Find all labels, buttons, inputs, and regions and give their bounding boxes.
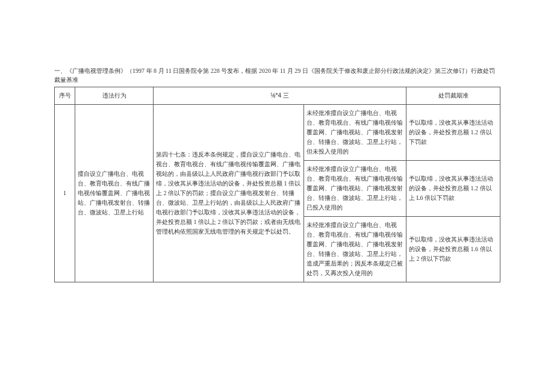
document-title: 一、《广播电视管理条例》（1997 年 8 月 11 日国务院令第 228 号发… <box>54 66 500 84</box>
table-row: 1 擅自设立广播电台、电视台、教育电视台、有线广播电视传输覆盖网、广播电视站、广… <box>55 105 500 161</box>
cell-situation: 未经批准擅自设立广播电台、电视台、教育电视台、有线广播电视传输覆盖网、广播电视站… <box>304 105 406 161</box>
header-basis: ⅛*4 三 <box>154 87 406 105</box>
cell-situation: 未经批准擅自设立广播电台、电视台、教育电视台、有线广播电视传输覆盖网、广播电视站… <box>304 217 406 282</box>
header-standard: 处罚裁期准 <box>406 87 500 105</box>
table-header-row: 序号 违法行为 ⅛*4 三 处罚裁期准 <box>55 87 500 105</box>
cell-basis: 第四十七条：违反本条例规定，擅自设立广播电台、电视台、教育电视台、有线广播电视传… <box>154 105 304 282</box>
cell-seq: 1 <box>55 105 75 282</box>
cell-standard: 予以取缔，没收其从事违法活动的设备，并处投资总额 1.2 倍以上 L6 倍以下罚… <box>406 161 500 217</box>
regulation-table: 序号 违法行为 ⅛*4 三 处罚裁期准 1 擅自设立广播电台、电视台、教育电视台… <box>54 87 500 282</box>
cell-act: 擅自设立广播电台、电视台、教育电视台、有线广播电视传输覆盖网、广播电视站、广播电… <box>75 105 154 282</box>
cell-situation: 未经批准擅自设立广播电台、电视台、教育电视台、有线广播电视传输覆盖网、广播电视站… <box>304 161 406 217</box>
header-seq: 序号 <box>55 87 75 105</box>
cell-standard: 予以取缔，没收其从事违法活动的设备，并处投资总额 1.6 倍以上 2 倍以下罚款 <box>406 217 500 282</box>
header-act: 违法行为 <box>75 87 154 105</box>
cell-standard: 予以取缔，没收其从事违法活动的设备，并处投资总额 1.2 倍以下罚款 <box>406 105 500 161</box>
